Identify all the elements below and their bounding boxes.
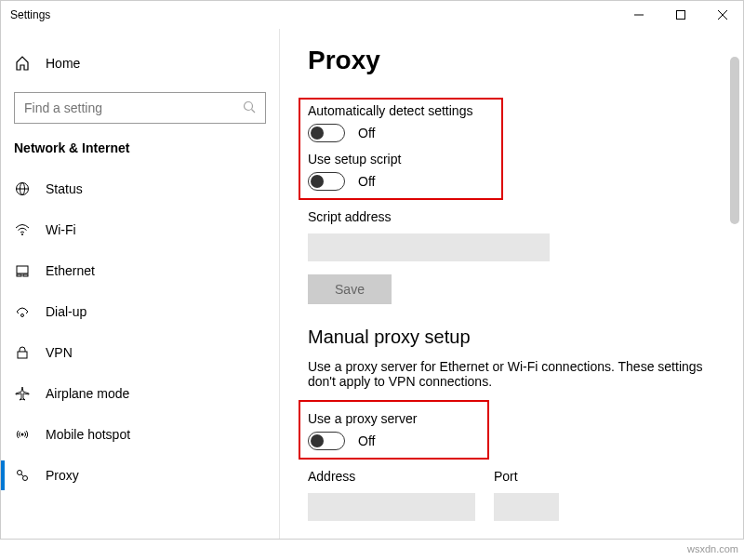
- save-button[interactable]: Save: [308, 274, 392, 304]
- use-proxy-label: Use a proxy server: [308, 411, 480, 426]
- manual-section-heading: Manual proxy setup: [308, 327, 715, 348]
- auto-detect-label: Automatically detect settings: [308, 103, 494, 118]
- sidebar-section-title: Network & Internet: [1, 133, 279, 168]
- sidebar-item-proxy[interactable]: Proxy: [1, 455, 279, 496]
- window-body: Home Network & Internet Status: [1, 29, 743, 539]
- maximize-button[interactable]: [659, 1, 701, 29]
- nav-home[interactable]: Home: [1, 44, 279, 83]
- sidebar-item-label: Airplane mode: [46, 386, 129, 401]
- vpn-icon: [14, 344, 31, 361]
- svg-rect-14: [18, 352, 27, 358]
- wifi-icon: [14, 221, 31, 238]
- script-address-label: Script address: [308, 209, 715, 224]
- sidebar-item-label: Dial-up: [46, 304, 86, 319]
- highlight-auto-proxy: Automatically detect settings Off Use se…: [299, 98, 503, 200]
- use-proxy-toggle-row: Off: [308, 432, 480, 450]
- dialup-icon: [14, 303, 31, 320]
- auto-detect-toggle[interactable]: [308, 124, 345, 142]
- airplane-icon: [14, 385, 31, 402]
- sidebar-item-label: Proxy: [46, 468, 79, 483]
- ethernet-icon: [14, 262, 31, 279]
- use-proxy-toggle[interactable]: [308, 432, 345, 450]
- sidebar-item-airplane[interactable]: Airplane mode: [1, 373, 279, 414]
- hotspot-icon: [14, 426, 31, 443]
- svg-point-9: [21, 233, 23, 235]
- auto-detect-state: Off: [358, 126, 375, 140]
- sidebar-item-hotspot[interactable]: Mobile hotspot: [1, 414, 279, 455]
- script-address-input[interactable]: [308, 233, 550, 261]
- sidebar-item-wifi[interactable]: Wi-Fi: [1, 209, 279, 250]
- svg-line-18: [21, 474, 23, 476]
- page-title: Proxy: [308, 46, 715, 75]
- setup-script-state: Off: [358, 174, 375, 189]
- watermark: wsxdn.com: [687, 543, 738, 554]
- sidebar-item-vpn[interactable]: VPN: [1, 332, 279, 373]
- sidebar-item-label: Ethernet: [46, 263, 95, 278]
- sidebar-nav-list: Status Wi-Fi Ethernet: [1, 168, 279, 496]
- manual-section-desc: Use a proxy server for Ethernet or Wi-Fi…: [308, 359, 708, 389]
- sidebar-item-label: Status: [46, 181, 83, 196]
- sidebar-item-dialup[interactable]: Dial-up: [1, 291, 279, 332]
- settings-window: Settings Home N: [0, 0, 744, 540]
- titlebar: Settings: [1, 1, 743, 29]
- search-input-container[interactable]: [14, 92, 266, 124]
- sidebar-item-label: Mobile hotspot: [46, 427, 130, 442]
- setup-script-toggle-row: Off: [308, 172, 494, 191]
- content-area: Proxy Automatically detect settings Off …: [280, 29, 743, 539]
- setup-script-label: Use setup script: [308, 152, 494, 167]
- sidebar: Home Network & Internet Status: [1, 29, 280, 539]
- svg-point-13: [21, 314, 24, 317]
- port-col: Port: [494, 460, 559, 521]
- proxy-icon: [14, 467, 31, 484]
- svg-rect-11: [17, 274, 21, 276]
- address-port-row: Address Port: [308, 460, 715, 521]
- scrollbar-thumb[interactable]: [730, 57, 739, 224]
- address-input[interactable]: [308, 493, 475, 521]
- home-icon: [14, 55, 31, 72]
- address-col: Address: [308, 460, 475, 521]
- use-proxy-state: Off: [358, 433, 375, 448]
- svg-point-4: [245, 101, 253, 110]
- window-title: Settings: [10, 8, 50, 21]
- svg-rect-1: [676, 11, 684, 20]
- highlight-use-proxy: Use a proxy server Off: [299, 400, 489, 460]
- close-button[interactable]: [701, 1, 743, 29]
- nav-home-label: Home: [46, 56, 80, 71]
- address-label: Address: [308, 469, 475, 484]
- sidebar-item-label: Wi-Fi: [46, 222, 76, 237]
- svg-point-15: [21, 433, 24, 436]
- sidebar-item-label: VPN: [46, 345, 73, 360]
- port-input[interactable]: [494, 493, 559, 521]
- minimize-button[interactable]: [618, 1, 659, 29]
- svg-point-16: [18, 471, 22, 475]
- globe-icon: [14, 180, 31, 197]
- setup-script-toggle[interactable]: [308, 172, 345, 191]
- auto-detect-toggle-row: Off: [308, 124, 494, 142]
- sidebar-item-status[interactable]: Status: [1, 168, 279, 209]
- scrollbar[interactable]: [728, 29, 741, 539]
- svg-point-17: [23, 476, 28, 481]
- svg-line-5: [252, 109, 256, 113]
- search-icon: [243, 100, 258, 116]
- search-input[interactable]: [22, 100, 243, 116]
- sidebar-item-ethernet[interactable]: Ethernet: [1, 250, 279, 291]
- port-label: Port: [494, 469, 559, 484]
- svg-rect-10: [17, 266, 28, 273]
- svg-rect-12: [23, 274, 28, 276]
